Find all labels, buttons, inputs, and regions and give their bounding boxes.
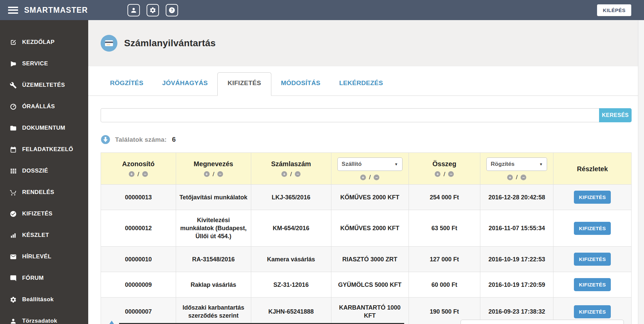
sort-asc-icon[interactable]: + bbox=[281, 171, 287, 177]
sidebar-item-label: ÜZEMELTETÉS bbox=[22, 82, 65, 88]
cell-szamlaszam: KJHN-65241888 bbox=[251, 298, 331, 324]
sidebar-item-torzsadatok[interactable]: Törzsadatok bbox=[0, 310, 88, 324]
sort-desc-icon[interactable]: − bbox=[374, 175, 379, 180]
sidebar-item-dosszie[interactable]: DOSSZIÉ bbox=[0, 160, 88, 182]
kifizetes-button[interactable]: KIFIZETÉS bbox=[574, 278, 611, 291]
scrollbar-track[interactable] bbox=[638, 20, 644, 324]
results-label: Találatok száma: bbox=[115, 136, 167, 143]
tab-rogzites[interactable]: RÖGZÍTÉS bbox=[101, 79, 153, 95]
sidebar-item-label: RENDELÉS bbox=[22, 189, 54, 196]
page-title: Számlanyilvántartás bbox=[124, 38, 216, 49]
sort-asc-icon[interactable]: + bbox=[204, 171, 210, 177]
sort-separator: / bbox=[369, 174, 371, 181]
cell-megnevezes: Kivitelezési munkálatok (Budapest, Üllői… bbox=[176, 210, 251, 247]
search-button[interactable]: KERESÉS bbox=[599, 108, 632, 122]
tab-lekerdezes[interactable]: LEKÉRDEZÉS bbox=[330, 79, 392, 95]
sidebar-item-label: DOSSZIÉ bbox=[22, 168, 48, 174]
wrench-icon bbox=[9, 82, 17, 89]
main-area: Számlanyilvántartás RÖGZÍTÉSJÓVÁHAGYÁSKI… bbox=[88, 20, 638, 324]
sidebar-item-label: ÓRAÁLLÁS bbox=[22, 103, 55, 110]
cell-szallito: KŐMŰVES 2000 KFT bbox=[331, 210, 409, 247]
sort-desc-icon[interactable]: − bbox=[521, 175, 526, 180]
cell-szallito: KŐMŰVES 2000 KFT bbox=[331, 185, 409, 210]
search-input[interactable] bbox=[101, 108, 599, 122]
cell-azonosito: 00000007 bbox=[101, 298, 176, 324]
cut-off-select[interactable] bbox=[461, 320, 624, 324]
cell-szamlaszam: Kamera vásárlás bbox=[251, 247, 331, 272]
table-row: 00000012Kivitelezési munkálatok (Budapes… bbox=[101, 210, 632, 247]
table-row: 00000009Raklap vásárlásSZ-31-12016GYÜMÖL… bbox=[101, 272, 632, 298]
envelope-icon bbox=[10, 253, 17, 260]
kifizetes-button[interactable]: KIFIZETÉS bbox=[574, 253, 611, 266]
rogzites-filter-select[interactable]: Rögzítés ▼ bbox=[486, 157, 547, 171]
cell-szamlaszam: KM-654/2016 bbox=[251, 210, 331, 247]
sort-controls: + / − bbox=[179, 171, 248, 178]
tab-jovahagyas[interactable]: JÓVÁHAGYÁS bbox=[153, 79, 217, 95]
sort-asc-icon[interactable]: + bbox=[507, 175, 513, 180]
gear-icon bbox=[149, 7, 156, 14]
column-label: Megnevezés bbox=[179, 160, 248, 168]
user-icon bbox=[9, 318, 17, 324]
gauge-icon bbox=[10, 103, 17, 110]
sort-separator: / bbox=[213, 171, 214, 178]
column-header-rogzites: Rögzítés ▼ + / − bbox=[480, 153, 553, 185]
megaphone-icon bbox=[9, 60, 17, 67]
sidebar-item-kifizetes[interactable]: KIFIZETÉS bbox=[0, 203, 88, 224]
hamburger-menu-icon[interactable] bbox=[8, 7, 18, 14]
kifizetes-button[interactable]: KIFIZETÉS bbox=[574, 222, 611, 235]
szallito-filter-select[interactable]: Szállító ▼ bbox=[337, 157, 402, 171]
sort-controls: + / − bbox=[104, 171, 173, 178]
sidebar-item-feladatkezelo[interactable]: FELADATKEZELŐ bbox=[0, 139, 88, 160]
tab-bar: RÖGZÍTÉSJÓVÁHAGYÁSKIFIZETÉSMÓDOSÍTÁSLEKÉ… bbox=[88, 66, 638, 96]
gear-icon bbox=[9, 296, 17, 303]
sidebar-item-oraallas[interactable]: ÓRAÁLLÁS bbox=[0, 96, 88, 117]
tab-modositas[interactable]: MÓDOSÍTÁS bbox=[271, 79, 330, 95]
kifizetes-button[interactable]: KIFIZETÉS bbox=[574, 191, 611, 204]
grid-icon bbox=[10, 168, 17, 175]
sidebar-item-keszlet[interactable]: KÉSZLET bbox=[0, 224, 88, 246]
wrench-icon bbox=[10, 82, 17, 89]
cart-icon bbox=[9, 189, 17, 196]
kifizetes-button[interactable]: KIFIZETÉS bbox=[574, 305, 611, 318]
sort-controls: + / − bbox=[254, 171, 328, 178]
sort-asc-icon[interactable]: + bbox=[129, 171, 135, 177]
sort-asc-icon[interactable]: + bbox=[435, 171, 440, 177]
column-header-szamlaszam: Számlaszám + / − bbox=[251, 153, 331, 185]
sidebar-item-label: KIFIZETÉS bbox=[22, 210, 53, 217]
sort-desc-icon[interactable]: − bbox=[448, 171, 454, 177]
cell-reszletek: KIFIZETÉS bbox=[553, 185, 632, 210]
page-header: Számlanyilvántartás bbox=[88, 20, 638, 66]
column-header-azonosito: Azonosító + / − bbox=[101, 153, 176, 185]
tab-kifizetes[interactable]: KIFIZETÉS bbox=[217, 72, 272, 96]
sidebar-item-service[interactable]: SERVICE bbox=[0, 53, 88, 74]
sidebar-item-kezdolap[interactable]: KEZDŐLAP bbox=[0, 31, 88, 53]
cell-osszeg: 63 500 Ft bbox=[409, 210, 480, 247]
sort-desc-icon[interactable]: − bbox=[295, 171, 301, 177]
logout-button[interactable]: KILÉPÉS bbox=[597, 4, 631, 16]
cell-reszletek: KIFIZETÉS bbox=[553, 210, 632, 247]
sidebar-item-hirlevel[interactable]: HÍRLEVÉL bbox=[0, 246, 88, 267]
credit-card-icon bbox=[101, 35, 117, 52]
table-row: 00000013Tetőjavítási munkálatokLKJ-365/2… bbox=[101, 185, 632, 210]
column-label: Összeg bbox=[412, 160, 478, 168]
sidebar-item-dokumentum[interactable]: DOKUMENTUM bbox=[0, 117, 88, 139]
sort-asc-icon[interactable]: + bbox=[360, 175, 366, 180]
sidebar-item-beallitasok[interactable]: Beállítások bbox=[0, 289, 88, 310]
topbar-button-help[interactable]: ? bbox=[166, 4, 178, 16]
results-count: 6 bbox=[172, 136, 176, 143]
topbar-button-user[interactable] bbox=[127, 4, 140, 16]
topbar-button-gear[interactable] bbox=[147, 4, 159, 16]
cell-szamlaszam: SZ-31-12016 bbox=[251, 272, 331, 298]
sort-desc-icon[interactable]: − bbox=[217, 171, 223, 177]
sort-controls: + / − bbox=[412, 171, 478, 178]
sidebar-item-label: DOKUMENTUM bbox=[22, 125, 65, 131]
sort-desc-icon[interactable]: − bbox=[142, 171, 148, 177]
sidebar-item-uzemeltetes[interactable]: ÜZEMELTETÉS bbox=[0, 74, 88, 96]
topbar-icon-buttons: ? bbox=[127, 4, 178, 16]
content: KERESÉS Találatok száma: 6 Azonosító + /… bbox=[88, 108, 638, 324]
sidebar-item-rendeles[interactable]: RENDELÉS bbox=[0, 182, 88, 203]
sidebar-item-forum[interactable]: FÓRUM bbox=[0, 267, 88, 289]
sidebar: KEZDŐLAPSERVICEÜZEMELTETÉSÓRAÁLLÁSDOKUME… bbox=[0, 20, 88, 324]
cell-rogzites: 2016-10-19 17:20:59 bbox=[480, 272, 553, 298]
check-circle-icon bbox=[10, 210, 17, 217]
